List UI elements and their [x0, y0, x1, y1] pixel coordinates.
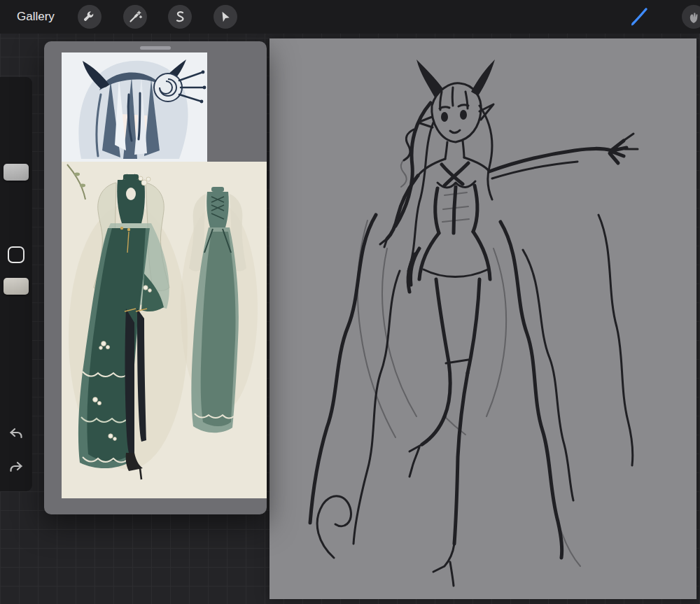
selection-button[interactable] — [168, 5, 192, 29]
selection-s-icon — [172, 9, 188, 24]
smudge-finger-icon — [686, 9, 700, 24]
actions-button[interactable] — [78, 5, 102, 29]
character-sketch — [270, 38, 696, 599]
character-head-reference — [62, 52, 207, 162]
redo-button[interactable] — [8, 459, 24, 476]
smudge-tool-button[interactable] — [682, 5, 700, 29]
reference-panel[interactable] — [44, 41, 267, 514]
outfit-design-reference — [62, 162, 267, 498]
sidebar — [0, 77, 32, 491]
drag-handle[interactable] — [140, 46, 171, 50]
gallery-button[interactable]: Gallery — [17, 0, 55, 34]
paint-tool-button[interactable] — [627, 5, 651, 29]
workspace — [0, 34, 700, 604]
brush-size-handle[interactable] — [4, 164, 29, 181]
paintbrush-icon — [629, 6, 650, 27]
drawing-canvas[interactable] — [270, 38, 696, 599]
adjustments-button[interactable] — [123, 5, 147, 29]
opacity-slider[interactable] — [0, 238, 32, 364]
procreate-workspace: Gallery — [0, 0, 700, 604]
undo-button[interactable] — [8, 426, 24, 442]
wrench-icon — [82, 9, 97, 24]
brush-size-slider[interactable] — [0, 77, 32, 238]
magic-wand-icon — [127, 9, 143, 24]
redo-arrow-icon — [8, 468, 24, 478]
undo-arrow-icon — [8, 434, 24, 444]
opacity-handle[interactable] — [4, 278, 29, 295]
transform-button[interactable] — [214, 5, 237, 29]
cursor-arrow-icon — [218, 9, 233, 24]
top-toolbar: Gallery — [0, 0, 700, 34]
